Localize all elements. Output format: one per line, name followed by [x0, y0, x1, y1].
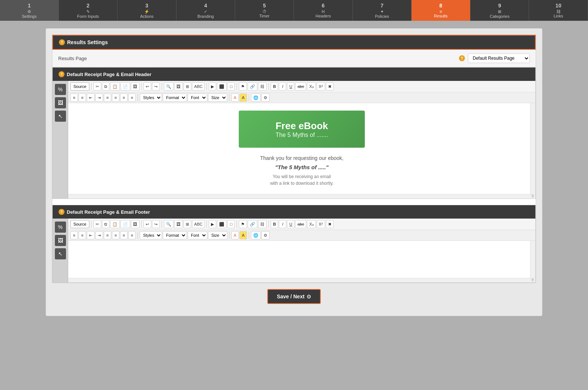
- tb-plugin[interactable]: ⚙: [261, 94, 270, 102]
- footer-tb-img2[interactable]: 🖼: [174, 220, 183, 228]
- footer-resize-handle[interactable]: ⠿: [68, 278, 535, 282]
- nav-item-form-inputs[interactable]: 2 ✎ Form Inputs: [59, 0, 118, 21]
- results-page-select[interactable]: Default Results Page: [468, 53, 530, 63]
- header-scrollbar[interactable]: [530, 103, 535, 194]
- footer-tb-ol[interactable]: ≡: [70, 231, 78, 239]
- source-button-footer[interactable]: Source: [70, 220, 89, 228]
- footer-tb-sub[interactable]: X₂: [307, 220, 316, 228]
- tb-link[interactable]: 🔗: [248, 82, 257, 91]
- footer-tb-media[interactable]: ▶: [209, 220, 216, 228]
- tb-globe[interactable]: 🌐: [251, 94, 261, 102]
- footer-tb-cut[interactable]: ✂: [93, 220, 101, 228]
- tb-underline[interactable]: U: [287, 82, 294, 91]
- tb-paste[interactable]: 📋: [110, 82, 120, 91]
- tb-flash[interactable]: ⬛: [217, 82, 227, 91]
- tb-align-right[interactable]: ≡: [120, 94, 128, 102]
- footer-tb-clear[interactable]: ✖: [326, 220, 334, 228]
- tb-copy[interactable]: ⧉: [102, 82, 109, 91]
- tb-sub[interactable]: X₂: [307, 82, 316, 91]
- sidebar-percent-btn[interactable]: %: [55, 84, 66, 95]
- footer-tb-font-color[interactable]: A: [231, 231, 239, 239]
- footer-scrollbar[interactable]: [530, 241, 535, 278]
- tb-anchor[interactable]: ⚑: [239, 82, 247, 91]
- footer-sidebar-percent-btn[interactable]: %: [55, 222, 66, 233]
- tb-unlink[interactable]: ⛓: [258, 82, 267, 91]
- footer-tb-plugin[interactable]: ⚙: [261, 231, 270, 239]
- footer-tb-strike[interactable]: abc: [295, 220, 306, 228]
- footer-tb-align-justify[interactable]: ≡: [128, 231, 136, 239]
- footer-tb-copy[interactable]: ⧉: [102, 220, 109, 228]
- tb-font-color[interactable]: A: [231, 94, 239, 102]
- footer-tb-link[interactable]: 🔗: [248, 220, 257, 228]
- size-select-header[interactable]: Size: [208, 94, 227, 102]
- footer-tb-form[interactable]: □: [227, 220, 235, 228]
- footer-tb-undo[interactable]: ↩: [143, 220, 151, 228]
- header-resize-handle[interactable]: ⠿: [68, 194, 535, 199]
- nav-item-links[interactable]: 10 ⛓ Links: [529, 0, 588, 21]
- tb-img[interactable]: 🖼: [131, 82, 139, 91]
- footer-tb-anchor[interactable]: ⚑: [239, 220, 247, 228]
- tb-ul[interactable]: ≡: [79, 94, 86, 102]
- footer-tb-globe[interactable]: 🌐: [251, 231, 261, 239]
- tb-sup[interactable]: X²: [317, 82, 325, 91]
- footer-tb-flash[interactable]: ⬛: [217, 220, 227, 228]
- tb-form[interactable]: □: [227, 82, 235, 91]
- nav-item-results[interactable]: 8 ≡ Results: [412, 0, 470, 21]
- tb-spell[interactable]: ABC: [192, 82, 205, 91]
- sidebar-image-btn[interactable]: 🖼: [55, 97, 66, 108]
- tb-indent-more[interactable]: ⇥: [95, 94, 103, 102]
- footer-tb-underline[interactable]: U: [287, 220, 294, 228]
- save-next-button[interactable]: Save / Next ⊙: [267, 289, 321, 304]
- tb-media[interactable]: ▶: [209, 82, 216, 91]
- tb-align-center[interactable]: ≡: [112, 94, 119, 102]
- tb-find[interactable]: 🔍: [164, 82, 174, 91]
- styles-select-footer[interactable]: Styles: [140, 231, 162, 239]
- tb-table[interactable]: ⊞: [184, 82, 191, 91]
- font-select-header[interactable]: Font: [188, 94, 207, 102]
- tb-clear[interactable]: ✖: [326, 82, 334, 91]
- footer-tb-sup[interactable]: X²: [317, 220, 325, 228]
- footer-tb-unlink[interactable]: ⛓: [258, 220, 267, 228]
- tb-italic[interactable]: I: [279, 82, 286, 91]
- nav-item-settings[interactable]: 1 ⚙ Settings: [0, 0, 59, 21]
- footer-tb-table[interactable]: ⊞: [184, 220, 191, 228]
- footer-tb-bg-color[interactable]: A: [240, 231, 247, 239]
- tb-ol[interactable]: ≡: [70, 94, 78, 102]
- footer-tb-align-left[interactable]: ≡: [104, 231, 111, 239]
- tb-redo[interactable]: ↪: [152, 82, 160, 91]
- footer-tb-indent-less[interactable]: ⇤: [87, 231, 95, 239]
- footer-tb-italic[interactable]: I: [279, 220, 286, 228]
- tb-align-left[interactable]: ≡: [104, 94, 111, 102]
- tb-img2[interactable]: 🖼: [174, 82, 183, 91]
- size-select-footer[interactable]: Size: [208, 231, 227, 239]
- tb-undo[interactable]: ↩: [143, 82, 151, 91]
- tb-paste-text[interactable]: 📄: [120, 82, 130, 91]
- footer-tb-paste[interactable]: 📋: [110, 220, 120, 228]
- format-select-footer[interactable]: Format: [163, 231, 187, 239]
- font-select-footer[interactable]: Font: [188, 231, 207, 239]
- tb-bg-color[interactable]: A: [240, 94, 247, 102]
- nav-item-branding[interactable]: 4 ✓ Branding: [176, 0, 235, 21]
- footer-sidebar-image-btn[interactable]: 🖼: [55, 235, 66, 246]
- footer-tb-ul[interactable]: ≡: [79, 231, 86, 239]
- format-select-header[interactable]: Format: [163, 94, 187, 102]
- nav-item-headers[interactable]: 6 H Headers: [294, 0, 353, 21]
- footer-tb-indent-more[interactable]: ⇥: [95, 231, 103, 239]
- header-editor-content[interactable]: Free eBook The 5 Myths of ....... Thank …: [68, 103, 535, 194]
- tb-align-justify[interactable]: ≡: [128, 94, 136, 102]
- footer-tb-redo[interactable]: ↪: [152, 220, 160, 228]
- footer-tb-align-center[interactable]: ≡: [112, 231, 119, 239]
- tb-indent-less[interactable]: ⇤: [87, 94, 95, 102]
- footer-tb-spell[interactable]: ABC: [192, 220, 205, 228]
- tb-cut[interactable]: ✂: [93, 82, 101, 91]
- footer-editor-content[interactable]: [68, 241, 535, 278]
- sidebar-cursor-btn[interactable]: ↖: [55, 111, 66, 122]
- nav-item-actions[interactable]: 3 ⚡ Actions: [118, 0, 176, 21]
- footer-tb-bold[interactable]: B: [271, 220, 278, 228]
- footer-tb-find[interactable]: 🔍: [164, 220, 174, 228]
- footer-tb-paste-text[interactable]: 📄: [120, 220, 130, 228]
- nav-item-categories[interactable]: 9 ⊞ Categories: [470, 0, 529, 21]
- tb-bold[interactable]: B: [271, 82, 278, 91]
- footer-sidebar-cursor-btn[interactable]: ↖: [55, 248, 66, 259]
- nav-item-timer[interactable]: 5 ⏱ Timer: [235, 0, 294, 21]
